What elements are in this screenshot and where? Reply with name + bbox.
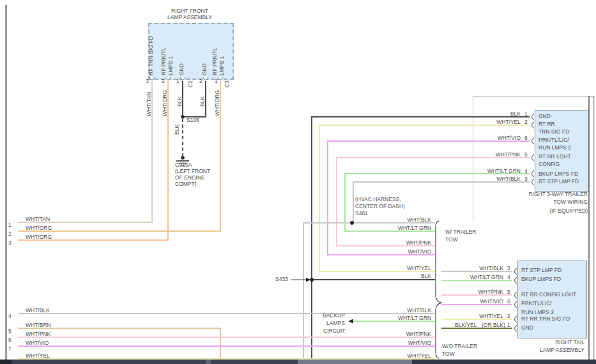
backup-lamps-arrowhead [348, 319, 353, 324]
wire-blk-trailer-gnd [312, 117, 530, 360]
connector-pin-arc [165, 77, 171, 80]
scrollbar-corner [0, 360, 11, 364]
connector-pin-arc [203, 77, 208, 80]
connector-pin-arc [515, 301, 517, 308]
splice-s106-dot [181, 115, 185, 119]
connector-pin-arc [515, 325, 517, 331]
connector-pin-arc [515, 277, 517, 284]
wire-wht-org-c3 [18, 81, 220, 231]
connector-pin-arc [515, 268, 517, 275]
wiring-layer [0, 0, 596, 364]
connector-pin-arc [532, 138, 535, 144]
scrollbar-track-right[interactable] [412, 360, 596, 364]
connector-pin-arc [532, 114, 535, 120]
connector-pin-arc [515, 292, 517, 298]
connector-pin-arc [218, 77, 223, 80]
s433-pointer-arrowhead [306, 278, 310, 282]
splice-s461-dot [350, 221, 354, 225]
wire-wht-blk-trailer [353, 182, 530, 223]
ground-g910a-dot [181, 156, 185, 160]
wire-blk-c3-gnd [184, 81, 206, 117]
wire-wht-yel-trailer [319, 125, 530, 271]
wiring-diagram-page: RIGHT FRONTLAMP ASSEMBLY32121S106G910A(L… [0, 0, 596, 364]
connector-pin-arc [532, 155, 535, 161]
connector-pin-arc [180, 77, 185, 80]
trailer-tow-option-brace [436, 221, 441, 358]
wire-wht-tan-rf-trn-sig [18, 81, 152, 222]
connector-pin-arc [532, 179, 535, 185]
connector-pin-arc [515, 316, 517, 322]
wire-wht-pnk-trailer [337, 158, 530, 246]
connector-pin-arc [149, 77, 155, 80]
connector-pin-arc [532, 171, 535, 177]
connector-pin-arc [532, 122, 535, 128]
scrollbar-thumb[interactable] [298, 360, 412, 364]
wire-wht-org-c2 [18, 81, 168, 240]
scrollbar-notch [206, 360, 211, 364]
